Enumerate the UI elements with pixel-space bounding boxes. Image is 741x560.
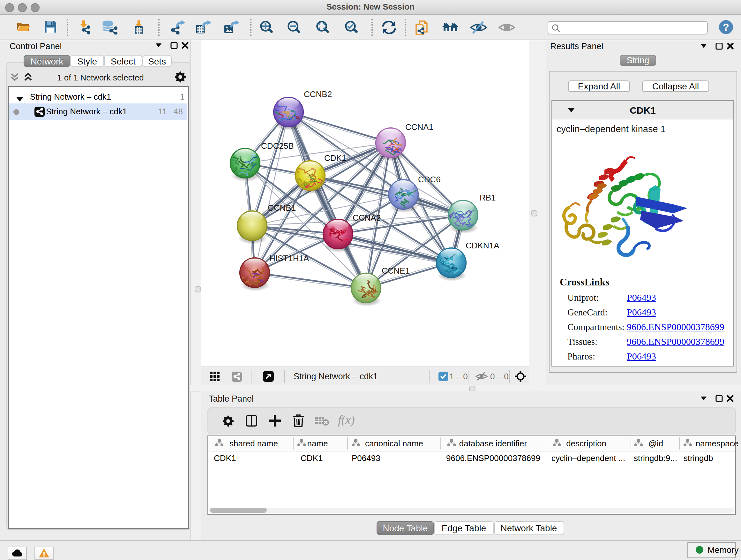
svg-text:CCNA1: CCNA1 — [405, 122, 433, 132]
svg-text:CCNB1: CCNB1 — [268, 203, 296, 212]
svg-text:CDKN1A: CDKN1A — [466, 241, 499, 250]
svg-text:CCNE1: CCNE1 — [382, 266, 410, 275]
svg-text:CDK1: CDK1 — [324, 153, 346, 163]
svg-text:CCNB2: CCNB2 — [304, 89, 332, 99]
svg-text:?: ? — [723, 21, 729, 33]
svg-text:CDC25B: CDC25B — [261, 141, 294, 151]
svg-text:CCNA2: CCNA2 — [353, 213, 381, 223]
svg-text:HIST1H1A: HIST1H1A — [269, 253, 309, 263]
svg-text:CDC6: CDC6 — [418, 175, 441, 184]
svg-text:RB1: RB1 — [480, 193, 496, 202]
